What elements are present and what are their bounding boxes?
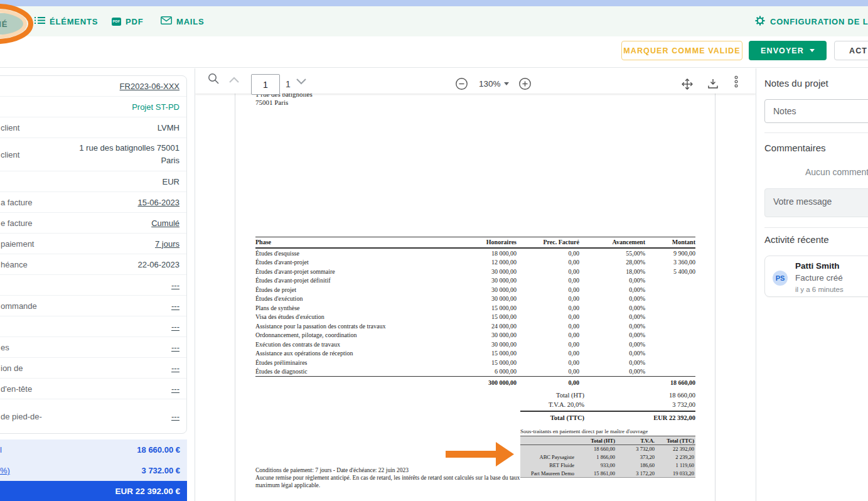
payment-conditions: Conditions de paiement: 7 jours - Date d… (255, 466, 539, 489)
empty-field-link[interactable]: --- (171, 322, 179, 331)
cell: 373,20 (616, 453, 656, 461)
invoice-type-link[interactable]: Cumulé (151, 218, 179, 228)
order-field-link[interactable]: --- (171, 301, 179, 311)
cell: 0,00 (517, 258, 579, 267)
zoom-in-icon[interactable] (518, 77, 532, 90)
divider (764, 227, 868, 228)
cell (645, 313, 695, 322)
summary-row-project: Projet ST-PD (0, 97, 186, 117)
phase-table-row: Études de projet30 000,00 0,000,00% (255, 285, 695, 294)
phase-table-row: Études d'exécution30 000,00 0,000,00% (255, 294, 695, 304)
cell: 30 000,00 (444, 276, 517, 286)
client-address: 1 rue des batignolles 75001 Paris (67, 142, 179, 167)
empty-field-link[interactable]: --- (171, 281, 179, 290)
tab-mails[interactable]: MAILS (161, 12, 204, 31)
summary-row-footer-text: de pied-de- --- (0, 399, 186, 433)
cell: Études d'esquisse (255, 248, 444, 258)
empty-field-link[interactable]: --- (171, 384, 179, 394)
empty-field-link[interactable]: --- (171, 343, 179, 352)
cell (255, 377, 444, 388)
phase-table-row: Études d'avant-projet12 000,00 0,0028,00… (255, 258, 695, 267)
summary-row-empty-2: --- (0, 316, 186, 337)
zoom-out-icon[interactable] (455, 77, 468, 90)
cell: 15 000,00 (444, 349, 517, 358)
tax-label-link[interactable]: %) (0, 466, 10, 475)
cell: 30 000,00 (444, 285, 517, 294)
phase-table-row: Études d'esquisse18 000,00 0,0055,00% 9 … (255, 248, 695, 258)
summary-row-payment-terms: paiement 7 jours (0, 234, 186, 254)
no-comments-text: Aucun commentaire (805, 167, 868, 177)
invoice-date-link[interactable]: 15-06-2023 (138, 198, 180, 207)
recent-activity-heading: Activité récente (764, 234, 829, 245)
cell: 9 900,00 (645, 248, 695, 258)
tab-elements-label: ÉLÉMENTS (50, 17, 98, 26)
cell: 0,00% (579, 358, 645, 367)
empty-field-link[interactable]: --- (171, 412, 179, 421)
project-link[interactable]: Projet ST-PD (132, 102, 179, 112)
cell: 0,00 (517, 377, 579, 388)
more-options-icon[interactable] (734, 75, 739, 88)
pan-icon[interactable] (681, 78, 694, 90)
tab-pdf[interactable]: PDF PDF (112, 12, 143, 31)
cell: 19 033,20 (656, 469, 695, 477)
tab-elements[interactable]: ÉLÉMENTS (35, 12, 98, 31)
empty-field-link[interactable]: --- (171, 364, 179, 373)
configuration-link[interactable]: CONFIGURATION DE LA F (755, 12, 868, 31)
phase-table-row: Ordonnancement, pilotage, coordination30… (255, 331, 695, 340)
pdf-page: 1 rue des batignolles 75001 Paris Phase … (235, 68, 715, 501)
chevron-up-icon[interactable] (228, 77, 240, 84)
download-icon[interactable] (707, 78, 719, 90)
cell: 3 172,20 (616, 469, 656, 477)
summary-row-es: es --- (0, 337, 186, 358)
cell (645, 294, 695, 304)
cell: 0,00% (579, 340, 645, 349)
phase-table-totals-row: 300 000,00 0,00 18 660,00 (255, 377, 695, 388)
due-date-value: 22-06-2023 (138, 260, 180, 269)
cell: 24 000,00 (444, 321, 517, 331)
subtotal-value: 18 660.00 € (137, 445, 180, 455)
document-totals: Total (HT) 18 660,00 T.V.A. 20,0% 3 732,… (520, 391, 695, 423)
phase-table-row: Exécution des contrats de travaux30 000,… (255, 340, 695, 349)
col-header: Honoraires (444, 237, 517, 249)
phase-table-row: Assistance pour la passation des contrat… (255, 321, 695, 331)
cell: 18,00% (579, 267, 645, 276)
actions-button[interactable]: ACT (834, 41, 868, 60)
notes-input[interactable] (764, 99, 868, 123)
mark-valid-button[interactable]: MARQUER COMME VALIDE (621, 41, 742, 60)
col-header: Total (HT) (576, 436, 616, 445)
row-label: a facture (1, 198, 33, 207)
invoice-number-link[interactable]: FR2023-06-XXX (120, 82, 179, 91)
cell: 18 660,00 (645, 377, 695, 388)
subcontractor-row: Part Maureen Demo15 861,00 3 172,2019 03… (520, 469, 695, 477)
cell: 30 000,00 (444, 340, 517, 349)
summary-row-empty-1: --- (0, 275, 186, 296)
cell (645, 349, 695, 358)
search-icon[interactable] (208, 73, 220, 85)
summary-row-client-address: client 1 rue des batignolles 75001 Paris (0, 138, 186, 171)
zoom-level-dropdown[interactable]: 130% (479, 79, 509, 89)
configuration-link-label: CONFIGURATION DE LA F (770, 17, 868, 26)
page-number-input[interactable] (251, 74, 280, 95)
phase-table-row: Études d'avant-projet définitif30 000,00… (255, 276, 695, 286)
notes-heading: Notes du projet (764, 78, 828, 89)
cell: Assistance pour la passation des contrat… (255, 321, 444, 331)
row-label: client (1, 123, 19, 132)
row-label: de pied-de- (1, 412, 42, 421)
cell: 0,00 (517, 321, 579, 331)
comment-message-input[interactable] (764, 188, 868, 217)
payment-terms-link[interactable]: 7 jours (155, 239, 179, 249)
cell: Études de diagnostic (255, 367, 444, 377)
cell: 18 660,00 (576, 445, 616, 453)
row-label: d'en-tête (1, 384, 32, 394)
tab-resume[interactable]: RÉSUMÉ (0, 13, 25, 35)
subcontractor-row: ABC Paysagiste1 866,00 373,202 239,20 (520, 453, 695, 461)
cell (645, 358, 695, 367)
row-label: héance (1, 260, 28, 269)
subtotal-label: l (0, 445, 2, 455)
cell: 30 000,00 (444, 331, 517, 340)
send-button[interactable]: ENVOYER (749, 41, 827, 60)
phase-table-row: Plans de synthèse15 000,00 0,000,00% (255, 303, 695, 313)
phase-table-header: Phase Honoraires Prec. Facturé Avancemen… (255, 237, 695, 249)
cell: 0,00 (517, 313, 579, 322)
chevron-down-icon[interactable] (295, 78, 308, 85)
